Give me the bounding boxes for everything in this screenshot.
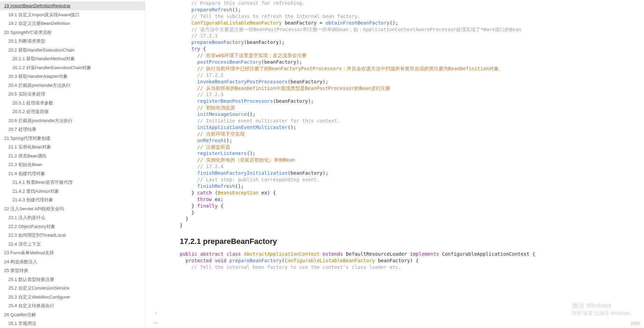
- nav-item[interactable]: 20.2 获取HandlerExecutionChain: [0, 46, 145, 55]
- code-block-2: public abstract class AbstractApplicatio…: [180, 251, 634, 271]
- nav-item[interactable]: 21.4.2 查找Advisor对象: [0, 187, 145, 196]
- nav-item[interactable]: 20.2.1 获取HandlerMethod对象: [0, 54, 145, 63]
- nav-item[interactable]: 20.5.1 处理请求参数: [0, 99, 145, 108]
- nav-item[interactable]: 19 ImportBeanDefinitionRegistrar: [0, 1, 145, 10]
- nav-item[interactable]: 19.1 自定义Import及实现Aware接口: [0, 10, 145, 19]
- nav-item[interactable]: 20.3 获取HandlerAdapter对象: [0, 72, 145, 81]
- nav-item[interactable]: 25 类型转换: [0, 266, 145, 275]
- nav-item[interactable]: 25.1 默认类型转换注册: [0, 275, 145, 284]
- nav-item[interactable]: 21.4.3 创建代理对象: [0, 195, 145, 204]
- nav-item[interactable]: 22.4 清空上下文: [0, 240, 145, 249]
- nav-item[interactable]: 22.2 ObjectFactory对象: [0, 222, 145, 231]
- nav-item[interactable]: 21.4 创建代理对象: [0, 169, 145, 178]
- nav-item[interactable]: 20.7 处理结果: [0, 125, 145, 134]
- nav-item[interactable]: 21.3 初始化Bean: [0, 160, 145, 169]
- line-count: 3396: [631, 321, 640, 326]
- nav-item[interactable]: 25.4 自定义转换器执行: [0, 301, 145, 310]
- nav-item[interactable]: 20.4 拦截器preHandle方法执行: [0, 81, 145, 90]
- nav-item[interactable]: 25.2 自定义ConversionService: [0, 284, 145, 293]
- nav-item[interactable]: 21.2 填充Bean属性: [0, 152, 145, 161]
- nav-item[interactable]: 22.3 如何绑定到ThreadLocal: [0, 231, 145, 240]
- gutter-toolbar: ‹ ‹/›: [145, 0, 166, 328]
- nav-item[interactable]: 20.2.2 封装HandlerExecutionChain对象: [0, 63, 145, 72]
- main-content: // Prepare this context for refreshing. …: [166, 0, 644, 328]
- nav-item[interactable]: 20 SpringMVC请求流程: [0, 28, 145, 37]
- nav-item[interactable]: 26.1 常规用法: [0, 319, 145, 328]
- nav-item[interactable]: 21.1 实例化Bean对象: [0, 143, 145, 152]
- code-icon[interactable]: ‹/›: [153, 320, 158, 325]
- back-icon[interactable]: ‹: [155, 310, 156, 315]
- nav-item[interactable]: 22 注入Servlet API线程安全吗: [0, 204, 145, 213]
- nav-item[interactable]: 21.4.1 检查Bean是否可被代理: [0, 178, 145, 187]
- nav-item[interactable]: 20.5.2 处理返回值: [0, 107, 145, 116]
- nav-item[interactable]: 20.5 实际业务处理: [0, 90, 145, 99]
- nav-item[interactable]: 23 Form表单Method支持: [0, 248, 145, 257]
- nav-item[interactable]: 26 Qualifier注解: [0, 310, 145, 319]
- section-heading: 17.2.1 prepareBeanFactory: [180, 237, 634, 246]
- nav-item[interactable]: 22.1 注入的是什么: [0, 213, 145, 222]
- nav-item[interactable]: 24 构造函数注入: [0, 257, 145, 266]
- code-block-1: // Prepare this context for refreshing. …: [180, 0, 634, 229]
- nav-item[interactable]: 21 Spring代理对象创建: [0, 134, 145, 143]
- nav-item[interactable]: 20.1 判断请求类型: [0, 37, 145, 46]
- nav-item[interactable]: 25.3 自定义WebMvcConfigurer: [0, 293, 145, 302]
- nav-item[interactable]: 19.2 自定义注册BeanDefinition: [0, 19, 145, 28]
- sidebar-nav: 19 ImportBeanDefinitionRegistrar19.1 自定义…: [0, 0, 145, 328]
- nav-item[interactable]: 20.6 拦截器postHandle方法执行: [0, 116, 145, 125]
